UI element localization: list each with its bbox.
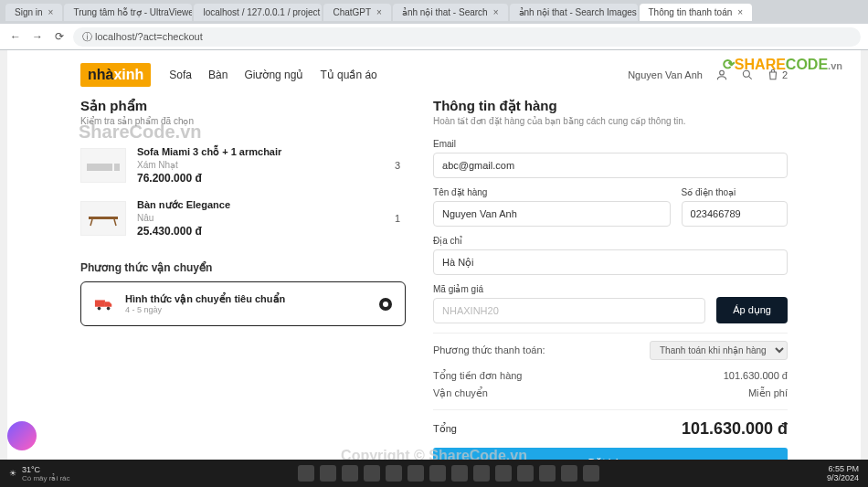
chrome-icon[interactable] (408, 465, 424, 482)
app-icon[interactable] (473, 465, 490, 482)
nav-tu[interactable]: Tủ quần áo (320, 69, 376, 81)
app-icon[interactable] (451, 465, 468, 482)
shipping-option[interactable]: Hình thức vận chuyển tiêu chuẩn 4 - 5 ng… (80, 281, 406, 326)
cart-item: Sofa Miami 3 chỗ + 1 armchair Xám Nhạt 7… (80, 139, 406, 192)
cart-title: Sản phẩm (80, 98, 406, 114)
svg-rect-4 (114, 164, 120, 171)
ship-fee-value: Miễn phí (748, 387, 788, 399)
item-qty: 3 (395, 160, 406, 171)
app-icon[interactable] (517, 465, 534, 482)
svg-point-10 (107, 306, 111, 310)
watermark-logo: ⟳SHARECODE.vn (723, 56, 842, 73)
coupon-field[interactable] (433, 298, 705, 323)
pay-method-select[interactable]: Thanh toán khi nhận hàng (650, 341, 788, 360)
browser-tab[interactable]: Sign in× (5, 4, 62, 21)
windows-taskbar[interactable]: ☀ 31°CCó mây rải rác 6:55 PM 9/3/2024 (0, 460, 868, 487)
item-name: Bàn nước Elegance (137, 199, 384, 211)
label-coupon: Mã giảm giá (433, 284, 705, 294)
ship-fee-label: Vận chuyển (433, 387, 488, 399)
item-color: Nâu (137, 213, 384, 223)
url-input[interactable]: ⓘ localhost/?act=checkout (73, 27, 861, 47)
svg-point-9 (98, 306, 101, 310)
order-title: Thông tin đặt hàng (433, 98, 788, 114)
clock-time[interactable]: 6:55 PM (827, 464, 859, 473)
page-content: ⟳SHARECODE.vn nhàxinh Sofa Bàn Giường ng… (7, 50, 861, 487)
floating-badge-icon[interactable] (7, 421, 37, 450)
subtotal-label: Tổng tiền đơn hàng (433, 370, 522, 382)
taskview-icon[interactable] (342, 465, 358, 482)
search-icon[interactable] (320, 465, 336, 482)
browser-tab[interactable]: Trung tâm hỗ trợ - UltraViewer× (64, 4, 192, 21)
browser-tab[interactable]: localhost / 127.0.0.1 / project / si× (194, 4, 322, 21)
svg-rect-3 (87, 164, 112, 171)
svg-line-6 (90, 219, 92, 226)
item-thumb (80, 201, 126, 236)
app-icon[interactable] (495, 465, 512, 482)
cart-item: Bàn nước Elegance Nâu 25.430.000 đ 1 (80, 192, 406, 245)
truck-icon (94, 297, 114, 312)
apply-button[interactable]: Áp dụng (716, 297, 788, 323)
subtotal-value: 101.630.000 đ (724, 370, 788, 382)
item-price: 76.200.000 đ (137, 172, 384, 185)
address-bar: ← → ⟳ ⓘ localhost/?act=checkout (0, 24, 868, 49)
explorer-icon[interactable] (364, 465, 380, 482)
label-address: Địa chỉ (433, 236, 788, 246)
total-value: 101.630.000 đ (682, 419, 788, 439)
nav-giuong[interactable]: Giường ngủ (244, 69, 303, 81)
item-price: 25.430.000 đ (137, 225, 384, 238)
clock-date[interactable]: 9/3/2024 (827, 473, 859, 482)
shipping-section-title: Phương thức vận chuyển (80, 261, 406, 274)
item-color: Xám Nhạt (137, 160, 384, 170)
order-subtitle: Hoàn tất đơn đặt hàng của bạn bằng cách … (433, 116, 788, 126)
main-nav: Sofa Bàn Giường ngủ Tủ quần áo (169, 69, 376, 81)
item-thumb (80, 148, 126, 183)
svg-line-2 (749, 77, 752, 79)
svg-rect-5 (89, 217, 118, 219)
shipping-time: 4 - 5 ngày (125, 305, 285, 314)
label-email: Email (433, 139, 788, 149)
browser-tab[interactable]: ảnh nội that - Search× (393, 4, 508, 21)
app-icon[interactable] (583, 465, 599, 482)
item-name: Sofa Miami 3 chỗ + 1 armchair (137, 146, 384, 158)
address-field[interactable] (433, 249, 788, 275)
total-label: Tổng (433, 423, 457, 435)
radio-selected-icon[interactable] (379, 298, 392, 311)
edge-icon[interactable] (386, 465, 402, 482)
close-icon[interactable]: × (48, 7, 54, 17)
browser-chrome: Sign in× Trung tâm hỗ trợ - UltraViewer×… (0, 0, 868, 50)
label-name: Tên đặt hàng (433, 187, 671, 197)
name-field[interactable] (433, 201, 671, 227)
browser-tab-active[interactable]: Thông tin thanh toán× (640, 4, 753, 21)
svg-rect-8 (95, 300, 105, 306)
nav-ban[interactable]: Bàn (208, 69, 228, 81)
browser-tab[interactable]: ảnh nội that - Search Images× (510, 4, 638, 21)
browser-tab[interactable]: ChatGPT× (323, 4, 391, 21)
tab-bar: Sign in× Trung tâm hỗ trợ - UltraViewer×… (0, 0, 868, 24)
app-icon[interactable] (539, 465, 556, 482)
shipping-name: Hình thức vận chuyển tiêu chuẩn (125, 293, 285, 305)
close-icon[interactable]: × (737, 7, 743, 17)
site-logo[interactable]: nhàxinh (80, 63, 151, 87)
svg-line-7 (114, 219, 116, 226)
reload-icon[interactable]: ⟳ (51, 28, 68, 45)
label-phone: Số điện thoại (682, 187, 788, 197)
close-icon[interactable]: × (376, 7, 382, 17)
close-icon[interactable]: × (493, 7, 499, 17)
app-icon[interactable] (429, 465, 446, 482)
nav-sofa[interactable]: Sofa (169, 69, 192, 81)
start-icon[interactable] (298, 465, 314, 482)
item-qty: 1 (395, 213, 406, 224)
vscode-icon[interactable] (561, 465, 577, 482)
user-name[interactable]: Nguyen Van Anh (628, 69, 703, 80)
pay-method-label: Phương thức thanh toán: (433, 344, 545, 356)
email-field[interactable] (433, 153, 788, 178)
forward-icon[interactable]: → (29, 28, 46, 45)
cart-subtitle: Kiểm tra sản phẩm đã chọn (80, 116, 406, 126)
phone-field[interactable] (682, 201, 788, 227)
back-icon[interactable]: ← (7, 28, 24, 45)
